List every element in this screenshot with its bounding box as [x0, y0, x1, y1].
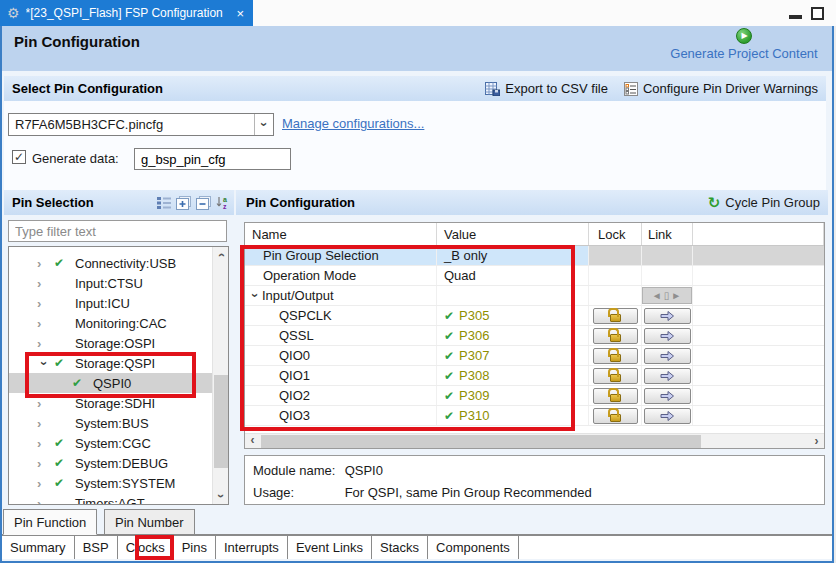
configure-pin-driver-warnings-button[interactable]: Configure Pin Driver Warnings [624, 81, 818, 96]
chevron-down-icon[interactable]: › [254, 114, 273, 135]
tree-item[interactable]: ›✔Connectivity:USB [9, 253, 212, 273]
tree-item[interactable]: ›Storage:OSPI [9, 333, 212, 353]
page-tab-pins[interactable]: Pins [174, 536, 216, 559]
chevron-collapsed-icon[interactable]: › [37, 497, 51, 506]
generate-project-content-button[interactable]: ▶ Generate Project Content [664, 28, 824, 61]
tree-item[interactable]: ›✔Storage:QSPI [9, 353, 212, 373]
lock-button[interactable] [593, 368, 638, 384]
cell-value[interactable]: ✔P305 [437, 306, 589, 325]
table-row[interactable]: QIO1✔P308 [245, 366, 824, 386]
lock-button[interactable] [593, 308, 638, 324]
table-row[interactable]: Pin Group Selection_B only [245, 246, 824, 266]
export-to-csv-button[interactable]: Export to CSV file [485, 81, 608, 96]
chevron-collapsed-icon[interactable]: › [37, 397, 51, 410]
scroll-up-icon[interactable]: › [213, 248, 229, 263]
scroll-left-icon[interactable]: › [245, 434, 260, 448]
lock-button[interactable] [593, 348, 638, 364]
page-tab-components[interactable]: Components [428, 536, 519, 559]
close-icon[interactable]: × [234, 6, 246, 21]
chevron-collapsed-icon[interactable]: › [37, 257, 51, 270]
table-row[interactable]: QIO2✔P309 [245, 386, 824, 406]
pin-configuration-panel-header: Pin Configuration ↻ Cycle Pin Group [236, 190, 828, 215]
page-tab-summary[interactable]: Summary [2, 536, 75, 559]
cell-value[interactable]: ✔P308 [437, 366, 589, 385]
generate-data-input[interactable] [134, 148, 291, 170]
maximize-button[interactable] [811, 7, 824, 20]
tree-item[interactable]: ›✔System:DEBUG [9, 453, 212, 473]
link-button[interactable] [644, 408, 691, 424]
tree-item[interactable]: ›Storage:SDHI [9, 393, 212, 413]
expand-all-icon[interactable] [176, 196, 191, 210]
tree-item[interactable]: ›Input:ICU [9, 293, 212, 313]
manage-configurations-link[interactable]: Manage configurations... [282, 116, 424, 131]
page-tab-stacks[interactable]: Stacks [372, 536, 428, 559]
pin-navigate-button[interactable]: ◄▯► [642, 287, 692, 304]
lock-button[interactable] [593, 388, 638, 404]
table-row[interactable]: Operation ModeQuad [245, 266, 824, 286]
cycle-pin-group-button[interactable]: ↻ Cycle Pin Group [708, 195, 828, 210]
collapse-all-icon[interactable] [196, 196, 211, 210]
table-scrollbar-thumb[interactable] [261, 435, 701, 448]
pin-configuration-select[interactable]: R7FA6M5BH3CFC.pincfg › [8, 113, 274, 136]
chevron-collapsed-icon[interactable]: › [37, 277, 51, 290]
chevron-collapsed-icon[interactable]: › [37, 437, 51, 450]
tree-item[interactable]: ✔QSPI0 [9, 373, 212, 393]
cell-value[interactable]: ✔P309 [437, 386, 589, 405]
cell-value[interactable]: ✔P307 [437, 346, 589, 365]
chevron-collapsed-icon[interactable]: › [37, 317, 51, 330]
cell-value[interactable]: ✔P310 [437, 406, 589, 425]
view-tabs-row: Pin FunctionPin Number [2, 509, 832, 535]
link-button[interactable] [644, 348, 691, 364]
sort-az-icon[interactable]: a z [216, 196, 230, 210]
page-tab-event-links[interactable]: Event Links [288, 536, 372, 559]
tree-item[interactable]: ›System:BUS [9, 413, 212, 433]
tree-item[interactable]: ›Input:CTSU [9, 273, 212, 293]
scroll-right-icon[interactable]: › [809, 434, 824, 448]
chevron-collapsed-icon[interactable]: › [37, 297, 51, 310]
chevron-collapsed-icon[interactable]: › [37, 457, 51, 470]
chevron-collapsed-icon[interactable]: › [37, 477, 51, 490]
table-horizontal-scrollbar[interactable]: › › [245, 433, 824, 448]
link-button[interactable] [644, 388, 691, 404]
scroll-down-icon[interactable]: › [213, 489, 229, 504]
table-row[interactable]: ›Input/Output◄▯► [245, 286, 824, 306]
tree-item[interactable]: ›✔System:SYSTEM [9, 473, 212, 493]
page-tab-bsp[interactable]: BSP [75, 536, 118, 559]
chevron-collapsed-icon[interactable]: › [37, 417, 51, 430]
minimize-button[interactable] [789, 15, 802, 19]
chevron-collapsed-icon[interactable]: › [37, 337, 51, 350]
tree-item[interactable]: ›Monitoring:CAC [9, 313, 212, 333]
link-button[interactable] [644, 368, 691, 384]
link-button[interactable] [644, 328, 691, 344]
table-row[interactable]: QIO3✔P310 [245, 406, 824, 426]
link-button[interactable] [644, 308, 691, 324]
tree-filter-input[interactable] [8, 220, 227, 242]
cell-value[interactable]: Quad [437, 266, 589, 285]
tree-item[interactable]: ›✔System:CGC [9, 433, 212, 453]
tree-item[interactable]: ›Timers:AGT [9, 493, 212, 505]
cell-filler [693, 306, 824, 325]
gear-icon: ⚙ [7, 6, 20, 20]
cell-filler [693, 346, 824, 365]
editor-tab-fsp-configuration[interactable]: ⚙ *[23_QSPI_Flash] FSP Configuration × [0, 0, 253, 26]
table-row[interactable]: QSPCLK✔P305 [245, 306, 824, 326]
lock-button[interactable] [593, 328, 638, 344]
view-tab-pin-number[interactable]: Pin Number [104, 509, 195, 535]
table-row[interactable]: QSSL✔P306 [245, 326, 824, 346]
cell-value[interactable] [437, 286, 589, 305]
tree-scrollbar-thumb[interactable] [214, 375, 228, 468]
page-tab-clocks[interactable]: Clocks [118, 536, 174, 559]
outline-icon[interactable] [157, 197, 171, 209]
tree-vertical-scrollbar[interactable]: › › [212, 247, 228, 504]
generate-data-checkbox[interactable]: ✓ [12, 150, 26, 164]
cell-value[interactable]: ✔P306 [437, 326, 589, 345]
view-tab-label: Pin Number [115, 515, 184, 530]
cell-value[interactable]: _B only [437, 246, 589, 265]
lock-button[interactable] [593, 408, 638, 424]
pin-configuration-panel-title: Pin Configuration [246, 195, 355, 210]
chevron-expanded-icon[interactable]: › [38, 356, 51, 370]
view-tab-pin-function[interactable]: Pin Function [3, 509, 97, 535]
table-row[interactable]: QIO0✔P307 [245, 346, 824, 366]
chevron-expanded-icon[interactable]: › [248, 289, 263, 302]
page-tab-interrupts[interactable]: Interrupts [216, 536, 288, 559]
